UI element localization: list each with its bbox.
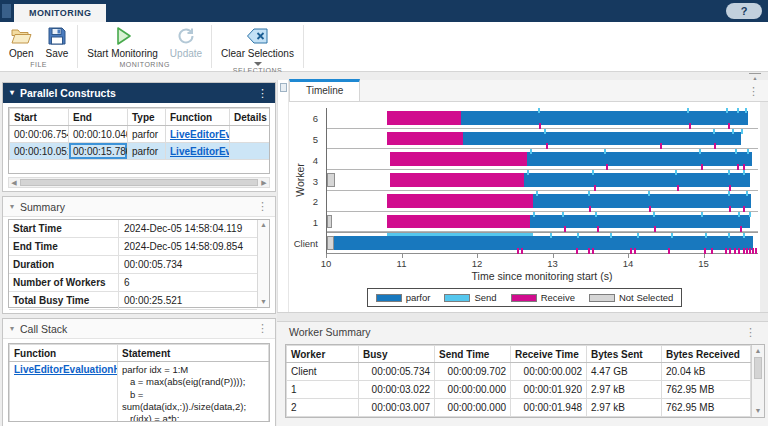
scroll-left-icon[interactable]: ◀ <box>9 178 19 187</box>
call-stack-table-wrap: Function Statement LiveEditorEvaluationH… <box>8 343 270 422</box>
function-link[interactable]: LiveEditorEv... <box>170 146 230 157</box>
pc-cell <box>230 143 271 160</box>
ws-column-header[interactable]: Bytes Received <box>662 346 751 363</box>
ws-column-header[interactable]: Busy <box>359 346 435 363</box>
timeline-segment-send[interactable] <box>387 233 533 236</box>
pc-column-header[interactable]: Details <box>230 109 271 126</box>
pc-column-header[interactable]: Function <box>166 109 230 126</box>
pc-table-row[interactable]: 00:00:06.75400:00:10.046parforLiveEditor… <box>10 126 271 143</box>
worker-summary-table: WorkerBusySend TimeReceive TimeBytes Sen… <box>286 345 751 417</box>
timeline-segment-receive[interactable] <box>387 215 530 229</box>
collapse-triangle-icon[interactable]: ▾ <box>10 325 14 333</box>
timeline-segment-receive[interactable] <box>387 111 462 125</box>
parallel-constructs-header[interactable]: ▾ Parallel Constructs ⋮ <box>3 83 275 103</box>
help-button[interactable]: ? <box>726 3 762 19</box>
quick-access-icon[interactable] <box>2 4 11 18</box>
scroll-down-icon[interactable]: ▼ <box>260 298 267 306</box>
tab-timeline[interactable]: Timeline <box>289 79 360 101</box>
worker-summary-header[interactable]: Worker Summary ⋮ <box>277 322 768 342</box>
legend-swatch <box>376 294 402 302</box>
call-stack-row[interactable]: LiveEditorEvaluationHelp... parfor idx =… <box>10 362 269 423</box>
drag-handle-icon[interactable] <box>280 83 287 92</box>
send-event-tick <box>701 212 703 217</box>
call-stack-panel: ▾ Call Stack ⋮ Function Statement LiveEd… <box>2 318 276 426</box>
clear-selections-label: Clear Selections <box>221 48 294 59</box>
kebab-menu-icon[interactable]: ⋮ <box>257 323 268 334</box>
collapse-triangle-icon[interactable]: ▾ <box>10 89 14 97</box>
collapse-triangle-icon[interactable]: ▾ <box>10 203 14 211</box>
send-event-tick <box>653 212 655 217</box>
timeline-segment-not_selected[interactable] <box>327 215 332 229</box>
summary-value: 00:00:25.521 <box>119 295 187 306</box>
pc-column-header[interactable]: End <box>69 109 128 126</box>
timeline-segment-not_selected[interactable] <box>327 173 335 187</box>
timeline-segment-receive[interactable] <box>390 152 526 166</box>
chart-legend: parforSendReceiveNot Selected <box>289 288 760 307</box>
pc-cell: parfor <box>128 143 166 160</box>
ws-table-row[interactable]: Client00:00:05.73400:00:09.70200:00:00.0… <box>287 363 751 381</box>
ws-column-header[interactable]: Receive Time <box>511 346 587 363</box>
open-button[interactable]: Open <box>3 22 39 60</box>
pc-column-header[interactable]: Start <box>10 109 69 126</box>
summary-header[interactable]: ▾ Summary ⋮ <box>3 197 275 217</box>
send-event-tick <box>595 212 597 217</box>
kebab-menu-icon[interactable]: ⋮ <box>257 201 268 212</box>
parallel-constructs-title: Parallel Constructs <box>20 87 116 99</box>
panel-gutter[interactable] <box>277 80 289 312</box>
timeline-segment-receive[interactable] <box>387 194 533 208</box>
clear-selections-icon <box>246 25 269 47</box>
timeline-segment-receive[interactable] <box>390 173 523 187</box>
call-stack-col-statement[interactable]: Statement <box>118 345 269 362</box>
timeline-segment-parfor[interactable] <box>533 194 752 208</box>
kebab-menu-icon[interactable]: ⋮ <box>257 88 268 99</box>
legend-swatch <box>444 294 470 302</box>
ws-column-header[interactable]: Send Time <box>435 346 511 363</box>
update-button[interactable]: Update <box>164 22 208 60</box>
summary-row: Number of Workers6 <box>9 274 257 292</box>
scrollbar-thumb[interactable] <box>20 179 258 186</box>
scroll-up-icon[interactable]: ▲ <box>260 221 267 229</box>
scroll-down-icon[interactable]: ▼ <box>755 407 762 415</box>
vertical-scrollbar[interactable]: ▲ ▼ <box>751 345 764 417</box>
timeline-segment-parfor[interactable] <box>334 236 754 250</box>
pc-table-row[interactable]: 00:00:10.05100:00:15.786parforLiveEditor… <box>10 143 271 160</box>
pc-header-row: StartEndTypeFunctionDetails <box>10 109 271 126</box>
horizontal-splitter[interactable] <box>277 312 768 322</box>
ws-cell: 00:00:00.000 <box>435 381 511 399</box>
y-tick-label: 5 <box>289 129 323 150</box>
ws-header-row: WorkerBusySend TimeReceive TimeBytes Sen… <box>287 346 751 363</box>
save-button[interactable]: Save <box>39 22 74 60</box>
kebab-menu-icon[interactable]: ⋮ <box>739 82 768 101</box>
summary-label: Start Time <box>9 220 119 237</box>
pc-cell: 00:00:06.754 <box>10 126 69 143</box>
timeline-segment-receive[interactable] <box>387 132 464 146</box>
chart-x-axis: 101112131415 <box>326 254 758 270</box>
tab-monitoring[interactable]: MONITORING <box>14 4 106 22</box>
timeline-segment-parfor[interactable] <box>524 173 750 187</box>
timeline-segment-parfor[interactable] <box>527 152 752 166</box>
call-stack-header[interactable]: ▾ Call Stack ⋮ <box>3 319 275 339</box>
pc-column-header[interactable]: Type <box>128 109 166 126</box>
scrollbar-thumb[interactable] <box>754 357 762 379</box>
start-monitoring-button[interactable]: Start Monitoring <box>81 22 164 60</box>
timeline-segment-parfor[interactable] <box>461 111 748 125</box>
summary-row: End Time2024-Dec-05 14:58:09.854 <box>9 238 257 256</box>
call-stack-col-function[interactable]: Function <box>10 345 118 362</box>
clear-selections-button[interactable]: Clear Selections <box>215 22 300 66</box>
function-link[interactable]: LiveEditorEvaluationHelp... <box>14 364 118 375</box>
horizontal-scrollbar[interactable]: ◀ ▶ <box>8 177 270 188</box>
ws-table-row[interactable]: 200:00:03.00700:00:00.00000:00:01.9482.9… <box>287 399 751 417</box>
pc-cell <box>230 126 271 143</box>
send-event-tick <box>728 191 730 196</box>
timeline-segment-parfor[interactable] <box>463 132 740 146</box>
scroll-right-icon[interactable]: ▶ <box>259 178 269 187</box>
function-link[interactable]: LiveEditorEv... <box>170 129 230 140</box>
ws-column-header[interactable]: Bytes Sent <box>587 346 662 363</box>
ws-table-row[interactable]: 100:00:03.02200:00:00.00000:00:01.9202.9… <box>287 381 751 399</box>
timeline-segment-not_selected[interactable] <box>327 236 334 250</box>
vertical-scrollbar[interactable]: ▲ ▼ <box>257 220 269 307</box>
kebab-menu-icon[interactable]: ⋮ <box>745 327 756 338</box>
call-stack-title: Call Stack <box>20 323 67 335</box>
scroll-up-icon[interactable]: ▲ <box>755 347 762 355</box>
ws-column-header[interactable]: Worker <box>287 346 359 363</box>
